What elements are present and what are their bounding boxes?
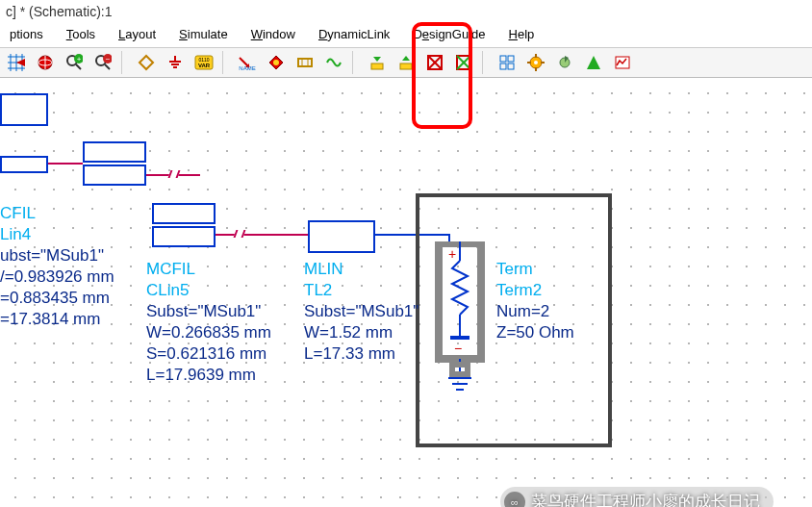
component-box[interactable] [0,93,48,126]
svg-line-11 [76,64,81,69]
svg-marker-37 [402,56,410,61]
wave-icon[interactable] [321,50,346,75]
component-box[interactable] [152,226,216,247]
probe-icon[interactable] [264,50,289,75]
window-title: c] * (Schematic):1 [0,0,812,23]
bus-icon[interactable] [292,50,317,75]
params-cfil-lin4[interactable]: CFIL Lin4 ubst="MSub1" /=0.983926 mm =0.… [0,203,114,331]
svg-line-15 [105,64,110,69]
tune-icon[interactable] [552,50,577,75]
params-term-term2[interactable]: Term Term2 Num=2 Z=50 Ohm [496,259,574,343]
param-row: =0.883435 mm [0,288,114,309]
svg-text:−: − [106,55,111,63]
menu-bar: ptions Tools Layout Simulate Window Dyna… [0,23,812,48]
results-icon[interactable] [495,50,520,75]
globe-icon[interactable] [33,50,58,75]
svg-marker-18 [140,56,153,69]
push-down-icon[interactable] [365,50,390,75]
wire [44,163,83,165]
menu-help[interactable]: Help [499,25,545,43]
param-row: Subst="MSub1" [304,301,419,322]
params-mlin-tl2[interactable]: MLIN TL2 Subst="MSub1" W=1.52 mm L=17.33… [304,259,419,365]
schematic-canvas[interactable]: + − CFIL Lin4 ubst="MSub1" /=0.983926 mm… [0,78,812,507]
toolbar-separator [222,51,229,74]
svg-marker-35 [373,57,381,62]
menu-window[interactable]: Window [241,25,305,43]
param-row: W=0.266835 mm [146,322,271,343]
param-row: Num=2 [496,301,574,322]
svg-marker-6 [16,59,25,66]
grid-icon[interactable] [4,50,29,75]
param-row: Z=50 Ohm [496,322,574,343]
param-row: L=17.33 mm [304,343,419,365]
simulate-gear-icon[interactable] [523,50,548,75]
svg-rect-34 [371,63,383,69]
menu-options[interactable]: ptions [0,25,53,43]
instance-name: Lin4 [0,224,114,245]
svg-text:+: + [77,55,82,63]
param-row: Subst="MSub1" [146,301,271,322]
svg-text:VAR: VAR [198,63,211,68]
toolbar-separator [121,51,128,74]
param-row: S=0.621316 mm [146,343,271,365]
wire [260,234,308,236]
annotation-highlight [412,22,472,129]
menu-dynamiclink[interactable]: DynamicLink [309,25,399,43]
svg-rect-45 [508,56,514,62]
zoom-out-icon[interactable]: − [90,50,115,75]
component-name: CFIL [0,203,114,224]
component-box[interactable] [152,203,216,224]
param-row: ubst="MSub1" [0,245,114,266]
toolbar-separator [482,51,489,74]
watermark-text: 菜鸟硬件工程师小廖的成长日记 [531,491,760,507]
toolbar: + − 0110VAR NAME [0,48,812,78]
component-name: MCFIL [146,259,271,280]
svg-rect-47 [508,63,514,69]
param-row: L=17.9639 mm [146,365,271,386]
ground-icon[interactable] [163,50,188,75]
svg-rect-44 [500,56,506,62]
wire-break [168,170,181,178]
var-icon[interactable]: 0110VAR [191,50,216,75]
instance-name: CLin5 [146,280,271,301]
menu-layout[interactable]: Layout [109,25,165,43]
instance-name: Term2 [496,280,574,301]
component-term[interactable]: + − [431,241,489,405]
pin-icon[interactable] [134,50,159,75]
menu-tools[interactable]: Tools [57,25,105,43]
svg-text:+: + [448,246,456,262]
param-row: /=0.983926 mm [0,266,114,288]
name-icon[interactable]: NAME [235,50,260,75]
svg-point-49 [534,61,538,64]
svg-point-30 [273,60,279,65]
zoom-in-icon[interactable]: + [62,50,87,75]
svg-rect-31 [298,59,312,66]
svg-rect-46 [500,63,506,69]
svg-text:NAME: NAME [239,65,255,71]
menu-simulate[interactable]: Simulate [169,25,238,43]
watermark-icon: ∞ [504,492,525,508]
component-name: Term [496,259,574,280]
svg-marker-56 [587,56,600,69]
svg-text:−: − [454,341,462,356]
wire-break [234,230,246,238]
toolbar-separator [352,51,359,74]
component-box[interactable] [0,156,48,173]
params-mcfil-clin5[interactable]: MCFIL CLin5 Subst="MSub1" W=0.266835 mm … [146,259,271,387]
param-row: =17.3814 mm [0,309,114,330]
svg-rect-36 [400,63,412,69]
component-mlin[interactable] [308,220,375,253]
component-box[interactable] [83,165,146,186]
param-row: W=1.52 mm [304,322,419,343]
component-box[interactable] [83,141,146,163]
watermark: ∞ 菜鸟硬件工程师小廖的成长日记 [500,487,774,507]
component-name: MLIN [304,259,419,280]
optimize-icon[interactable] [581,50,606,75]
display-icon[interactable] [610,50,635,75]
instance-name: TL2 [304,280,419,301]
